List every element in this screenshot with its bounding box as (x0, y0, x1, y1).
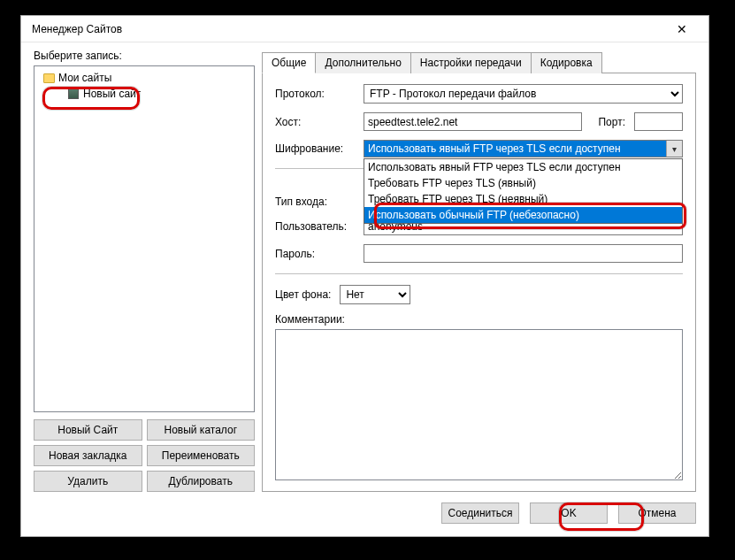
tab-general[interactable]: Общие (262, 52, 316, 73)
server-icon (68, 88, 79, 99)
tree-root-folder[interactable]: Мои сайты (38, 72, 250, 84)
tree-site-item[interactable]: Новый сайт (68, 88, 250, 100)
left-pane: Выберите запись: Мои сайты Новый сайт Но… (34, 50, 255, 492)
tab-transfer[interactable]: Настройки передачи (410, 52, 532, 73)
comments-textarea[interactable] (275, 329, 683, 480)
port-label: Порт: (598, 116, 625, 128)
new-folder-button[interactable]: Новый каталог (147, 419, 256, 441)
separator (275, 273, 683, 274)
protocol-select[interactable]: FTP - Протокол передачи файлов (364, 84, 683, 104)
encryption-option[interactable]: Требовать FTP через TLS (явный) (364, 175, 682, 191)
host-label: Хост: (275, 116, 360, 128)
delete-button[interactable]: Удалить (34, 471, 142, 492)
bgcolor-select[interactable]: Нет (340, 285, 410, 304)
tab-strip: Общие Дополнительно Настройки передачи К… (262, 51, 696, 73)
tab-body-general: Протокол: FTP - Протокол передачи файлов… (262, 73, 696, 492)
tree-buttons: Новый Сайт Новый каталог Новая закладка … (34, 419, 255, 492)
tab-advanced[interactable]: Дополнительно (315, 52, 410, 73)
encryption-label: Шифрование: (275, 142, 360, 155)
site-item-label: Новый сайт (83, 88, 141, 100)
encryption-option[interactable]: Требовать FTP через TLS (неявный) (364, 191, 682, 207)
right-pane: Общие Дополнительно Настройки передачи К… (262, 50, 696, 492)
encryption-dropdown-list[interactable]: Использовать явный FTP через TLS если до… (364, 158, 683, 224)
rename-button[interactable]: Переименовать (147, 445, 256, 466)
folder-icon (43, 73, 55, 83)
folder-label: Мои сайты (58, 72, 111, 84)
site-manager-dialog: Менеджер Сайтов ✕ Выберите запись: Мои с… (20, 15, 709, 537)
host-input[interactable] (364, 112, 582, 131)
protocol-label: Протокол: (275, 88, 360, 100)
window-title: Менеджер Сайтов (32, 23, 662, 35)
site-tree[interactable]: Мои сайты Новый сайт (34, 65, 255, 412)
encryption-selected-text: Использовать явный FTP через TLS если до… (364, 141, 666, 157)
encryption-option-highlighted[interactable]: Использовать обычный FTP (небезопасно) (364, 207, 682, 223)
port-input[interactable] (634, 112, 683, 131)
user-label: Пользователь: (275, 220, 360, 233)
password-input[interactable] (364, 244, 683, 263)
bgcolor-label: Цвет фона: (275, 288, 331, 301)
tab-charset[interactable]: Кодировка (531, 52, 602, 73)
connect-button[interactable]: Соединиться (441, 502, 519, 524)
ok-button[interactable]: OK (530, 502, 608, 524)
dialog-content: Выберите запись: Мои сайты Новый сайт Но… (21, 42, 708, 536)
new-bookmark-button[interactable]: Новая закладка (34, 445, 142, 466)
new-site-button[interactable]: Новый Сайт (34, 419, 142, 441)
close-button[interactable]: ✕ (662, 16, 701, 42)
titlebar: Менеджер Сайтов ✕ (21, 16, 708, 42)
password-label: Пароль: (275, 248, 360, 260)
logon-type-label: Тип входа: (275, 196, 360, 208)
encryption-option[interactable]: Использовать явный FTP через TLS если до… (364, 159, 682, 175)
comments-label: Комментарии: (275, 313, 683, 326)
chevron-down-icon[interactable]: ▾ (666, 141, 682, 157)
encryption-select[interactable]: Использовать явный FTP через TLS если до… (364, 140, 683, 157)
dialog-footer: Соединиться OK Отмена (34, 492, 696, 524)
cancel-button[interactable]: Отмена (618, 502, 696, 524)
duplicate-button[interactable]: Дублировать (147, 471, 256, 492)
select-entry-label: Выберите запись: (34, 50, 255, 62)
